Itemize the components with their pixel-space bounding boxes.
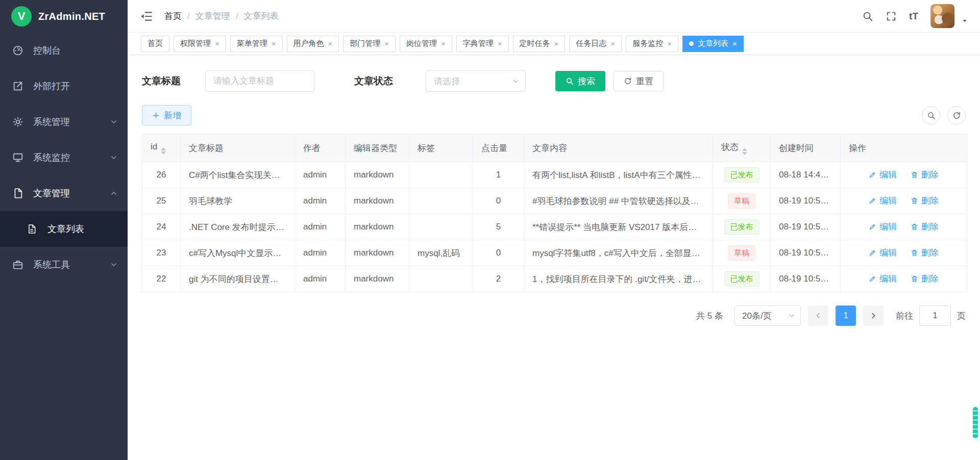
col-title: 文章标题 [181,134,295,162]
article-status-select[interactable]: 请选择 [426,70,526,92]
app-logo[interactable]: V ZrAdmin.NET [0,0,128,33]
col-status[interactable]: 状态 [713,134,771,162]
chevron-up-icon [110,190,117,197]
font-size-icon[interactable]: tT [909,11,918,22]
search-icon[interactable] [862,11,873,22]
close-icon[interactable]: × [498,40,502,47]
cell-operations: 编辑 删除 [841,162,967,188]
plus-icon [152,112,160,119]
page-size-select[interactable]: 20条/页 [734,305,801,326]
tab-dept-mgmt[interactable]: 部门管理× [343,36,396,52]
cell-content: #羽毛球拍参数说明 ## 中管软硬选择以及长度介... [524,188,713,214]
close-icon[interactable]: × [554,40,559,47]
sidebar-item-system-monitor[interactable]: 系统监控 [0,140,128,175]
tab-user-roles[interactable]: 用户角色× [287,36,339,52]
refresh-icon [624,77,632,85]
tab-post-mgmt[interactable]: 岗位管理× [400,36,452,52]
edit-button[interactable]: 编辑 [869,273,897,285]
sort-icon[interactable] [742,148,747,155]
table-row[interactable]: 24 .NET Core 发布时提示.NET... admin markdown… [142,214,967,240]
close-icon[interactable]: × [732,40,737,47]
sort-icon[interactable] [161,147,166,155]
delete-button[interactable]: 删除 [911,169,939,181]
sidebar-item-article-list[interactable]: 文章列表 [0,211,128,247]
cell-title: c#写入Mysql中文显示乱码 ... [181,240,295,266]
toggle-search-button[interactable] [922,106,940,124]
close-icon[interactable]: × [441,40,446,47]
cell-id: 26 [142,162,181,188]
next-page-button[interactable] [863,305,884,326]
breadcrumb-home[interactable]: 首页 [164,10,182,22]
tab-menu-mgmt[interactable]: 菜单管理× [230,36,283,52]
fullscreen-icon[interactable] [886,11,897,22]
edit-button[interactable]: 编辑 [869,221,897,233]
cell-content: **错误提示** 当电脑更新 VS2017 版本后，如果... [524,214,713,240]
status-badge: 已发布 [724,219,760,235]
status-badge: 已发布 [724,271,760,287]
article-title-label: 文章标题 [142,74,181,88]
cell-tags [409,188,473,214]
tab-article-list[interactable]: 文章列表× [682,36,744,52]
sidebar-item-label: 系统管理 [33,116,70,128]
edit-button[interactable]: 编辑 [869,195,897,207]
delete-button[interactable]: 删除 [911,221,939,233]
scrollbar-thumb[interactable] [973,407,978,439]
page-number-1[interactable]: 1 [836,305,856,326]
cell-operations: 编辑 删除 [841,214,967,240]
tab-label: 任务日志 [576,39,606,48]
sidebar-item-system-tools[interactable]: 系统工具 [0,247,128,283]
table-row[interactable]: 25 羽毛球教学 admin markdown 0 #羽毛球拍参数说明 ## 中… [142,188,967,214]
tab-home[interactable]: 首页 [141,36,169,52]
sidebar-item-external-open[interactable]: 外部打开 [0,68,128,104]
delete-button[interactable]: 删除 [911,195,939,207]
close-icon[interactable]: × [272,40,276,47]
close-icon[interactable]: × [328,40,333,47]
table-row[interactable]: 26 C#两个list集合实现关联，... admin markdown 1 有… [142,162,967,188]
close-icon[interactable]: × [384,40,389,47]
cell-content: 1，找到项目所在目录下的 .git/文件夹，进入.git/... [524,266,713,292]
cell-hits: 0 [473,240,524,266]
goto-page-input[interactable] [919,305,951,326]
goto-label: 前往 [896,310,913,322]
tab-permission-mgmt[interactable]: 权限管理× [174,36,226,52]
sidebar-item-label: 文章管理 [33,187,70,199]
table-row[interactable]: 22 git 为不同的项目设置不同... admin markdown 2 1，… [142,266,967,292]
prev-page-button[interactable] [808,305,828,326]
breadcrumb-article-mgmt[interactable]: 文章管理 [195,10,230,22]
tab-dict-mgmt[interactable]: 字典管理× [456,36,509,52]
user-avatar[interactable] [930,4,954,28]
main-area: 首页 / 文章管理 / 文章列表 tT 首页 权限管理× 菜单管理× 用户角色×… [128,0,980,460]
chevron-down-icon[interactable] [962,18,968,24]
sidebar-item-article-mgmt[interactable]: 文章管理 [0,175,128,211]
sidebar-item-system-mgmt[interactable]: 系统管理 [0,104,128,140]
tab-cron-jobs[interactable]: 定时任务× [513,36,566,52]
col-id[interactable]: id [142,134,181,162]
edit-button[interactable]: 编辑 [869,247,897,259]
delete-button[interactable]: 删除 [911,247,939,259]
search-button[interactable]: 搜索 [555,71,605,91]
close-icon[interactable]: × [215,40,219,47]
cell-status: 已发布 [713,266,771,292]
add-button[interactable]: 新增 [142,105,191,125]
cell-author: admin [295,266,346,292]
cell-operations: 编辑 删除 [841,188,967,214]
sidebar-collapse-icon[interactable] [140,10,153,23]
table-row[interactable]: 23 c#写入Mysql中文显示乱码 ... admin markdown my… [142,240,967,266]
sidebar-item-dashboard[interactable]: 控制台 [0,33,128,68]
tab-service-monitor[interactable]: 服务监控× [626,36,678,52]
add-button-label: 新增 [164,110,181,121]
cell-title: C#两个list集合实现关联，... [181,162,295,188]
refresh-table-button[interactable] [947,106,966,124]
article-title-input[interactable] [205,70,314,92]
cell-operations: 编辑 删除 [841,240,967,266]
close-icon[interactable]: × [667,40,672,47]
delete-button[interactable]: 删除 [911,273,939,285]
tab-job-logs[interactable]: 任务日志× [569,36,622,52]
edit-button[interactable]: 编辑 [869,169,897,181]
toolbar-right [922,106,966,124]
close-icon[interactable]: × [610,40,615,47]
filter-form: 文章标题 文章状态 请选择 搜索 重置 [142,70,966,92]
tab-label: 岗位管理 [406,39,437,48]
reset-button[interactable]: 重置 [614,71,664,91]
cell-id: 24 [142,214,181,240]
